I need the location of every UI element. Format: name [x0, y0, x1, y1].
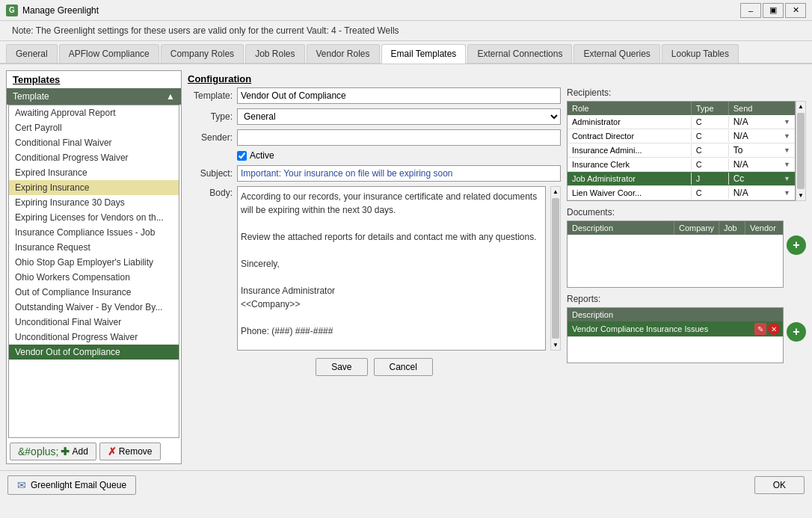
- body-field-label: Body:: [188, 186, 233, 351]
- recipients-type: J: [692, 173, 729, 185]
- cancel-button[interactable]: Cancel: [374, 358, 433, 376]
- active-checkbox[interactable]: [237, 151, 247, 161]
- list-item[interactable]: Insurance Request: [9, 240, 179, 255]
- tab-apflow-compliance[interactable]: APFlow Compliance: [59, 44, 159, 63]
- email-queue-button[interactable]: ✉ Greenlight Email Queue: [7, 475, 136, 495]
- send-dropdown-arrow[interactable]: ▼: [784, 175, 790, 182]
- list-item[interactable]: Out of Compliance Insurance: [9, 285, 179, 300]
- subject-row: Subject:: [188, 165, 561, 182]
- list-item[interactable]: Conditional Progress Waiver: [9, 150, 179, 165]
- tab-job-roles[interactable]: Job Roles: [245, 44, 304, 63]
- report-delete-icon[interactable]: ✕: [768, 323, 780, 335]
- list-item[interactable]: Unconditional Progress Waiver: [9, 330, 179, 345]
- close-button[interactable]: ✕: [785, 3, 806, 18]
- template-list[interactable]: Awaiting Approval Report Cert Payroll Co…: [8, 105, 179, 438]
- app-icon: G: [6, 4, 18, 16]
- add-circle-icon: ✚: [61, 445, 70, 457]
- recipients-row-insurance-admin[interactable]: Insurance Admini... C To ▼: [568, 144, 795, 158]
- save-button[interactable]: Save: [316, 358, 367, 376]
- footer: ✉ Greenlight Email Queue OK: [0, 470, 812, 499]
- recipients-row-lien-waiver[interactable]: Lien Waiver Coor... C N/A ▼: [568, 186, 795, 200]
- recipients-header: Role Type Send: [568, 102, 795, 115]
- tab-external-queries[interactable]: External Queries: [573, 44, 659, 63]
- send-dropdown-arrow[interactable]: ▼: [784, 189, 790, 197]
- list-item[interactable]: Outstanding Waiver - By Vendor By...: [9, 300, 179, 315]
- send-dropdown-arrow[interactable]: ▼: [784, 132, 790, 140]
- list-item[interactable]: Conditional Final Waiver: [9, 135, 179, 150]
- list-item[interactable]: Expired Insurance: [9, 165, 179, 180]
- config-body: Template: Type: General Sender:: [188, 87, 806, 464]
- add-report-button[interactable]: +: [787, 322, 806, 342]
- tab-general[interactable]: General: [6, 44, 58, 63]
- recipients-scrollbar[interactable]: ▲ ▼: [796, 101, 806, 201]
- recipients-row-insurance-clerk[interactable]: Insurance Clerk C N/A ▼: [568, 158, 795, 172]
- recipients-role: Insurance Clerk: [568, 158, 692, 170]
- list-item[interactable]: Ohio Stop Gap Employer's Liability: [9, 255, 179, 270]
- add-button[interactable]: &#oplus; ✚ Add: [10, 443, 96, 460]
- doc-col-job: Job: [719, 221, 745, 235]
- email-queue-label: Greenlight Email Queue: [31, 480, 126, 490]
- active-label: Active: [250, 150, 274, 161]
- list-item[interactable]: Expiring Licenses for Vendors on th...: [9, 210, 179, 225]
- recipients-type: C: [692, 187, 729, 199]
- recipients-row-contract-director[interactable]: Contract Director C N/A ▼: [568, 129, 795, 144]
- send-dropdown-arrow[interactable]: ▼: [784, 118, 790, 126]
- template-field-label: Template:: [188, 90, 233, 101]
- list-item-expiring-insurance[interactable]: Expiring Insurance: [9, 180, 179, 195]
- recipients-send: N/A ▼: [729, 129, 795, 143]
- type-field-label: Type:: [188, 111, 233, 122]
- add-label: Add: [72, 446, 87, 457]
- tab-company-roles[interactable]: Company Roles: [161, 44, 244, 63]
- list-item[interactable]: Awaiting Approval Report: [9, 105, 179, 120]
- remove-button[interactable]: ✗ Remove: [99, 443, 161, 460]
- minimize-button[interactable]: –: [740, 3, 761, 18]
- add-document-button[interactable]: +: [787, 235, 806, 255]
- maximize-button[interactable]: ▣: [763, 3, 784, 18]
- list-item[interactable]: Ohio Workers Compensation: [9, 270, 179, 285]
- config-left: Template: Type: General Sender:: [188, 87, 561, 464]
- list-item[interactable]: Unconditional Final Waiver: [9, 315, 179, 330]
- list-item[interactable]: Insurance Compliance Issues - Job: [9, 225, 179, 240]
- recipients-send: N/A ▼: [729, 186, 795, 200]
- reports-table: Description Vendor Compliance Insurance …: [567, 307, 784, 363]
- scroll-down-arrow[interactable]: ▼: [551, 340, 560, 350]
- body-scrollbar[interactable]: ▲ ▼: [550, 186, 561, 351]
- template-field[interactable]: [237, 87, 561, 104]
- reports-label: Reports:: [567, 294, 806, 304]
- report-edit-icon[interactable]: ✎: [754, 323, 766, 335]
- tab-vendor-roles[interactable]: Vendor Roles: [307, 44, 380, 63]
- sender-field[interactable]: [237, 129, 561, 146]
- recipients-scroll-up[interactable]: ▲: [796, 102, 805, 111]
- scroll-up-arrow[interactable]: ▲: [551, 187, 560, 197]
- report-row[interactable]: Vendor Compliance Insurance Issues ✎ ✕: [568, 321, 783, 337]
- ok-button[interactable]: OK: [754, 476, 805, 494]
- recipients-label: Recipients:: [567, 87, 806, 98]
- list-item-vendor-out-of-compliance[interactable]: Vendor Out of Compliance: [9, 345, 179, 360]
- template-row: Template:: [188, 87, 561, 104]
- send-dropdown-arrow[interactable]: ▼: [784, 147, 790, 154]
- recipients-scroll-down[interactable]: ▼: [796, 191, 805, 200]
- window-title: Manage Greenlight: [22, 5, 99, 16]
- send-dropdown-arrow[interactable]: ▼: [784, 161, 790, 168]
- documents-table: Description Company Job Vendor: [567, 221, 784, 288]
- recipients-send: N/A ▼: [729, 115, 795, 129]
- list-item[interactable]: Expiring Insurance 30 Days: [9, 195, 179, 210]
- recipients-table: Role Type Send Administrator C N/A: [567, 101, 796, 201]
- recipients-col-type: Type: [692, 102, 729, 115]
- list-item[interactable]: Cert Payroll: [9, 120, 179, 135]
- add-icon: &#oplus;: [18, 445, 58, 457]
- recipients-role: Insurance Admini...: [568, 144, 692, 156]
- tab-lookup-tables[interactable]: Lookup Tables: [662, 44, 739, 63]
- body-textarea[interactable]: According to our records, your insurance…: [237, 186, 546, 351]
- body-area: Body: According to our records, your ins…: [188, 186, 561, 351]
- tab-email-templates[interactable]: Email Templates: [381, 44, 467, 64]
- recipients-col-role: Role: [568, 102, 692, 115]
- subject-field[interactable]: [237, 165, 561, 182]
- recipients-row-administrator[interactable]: Administrator C N/A ▼: [568, 115, 795, 129]
- content-area: Templates Template ▲ Awaiting Approval R…: [6, 70, 806, 464]
- recipients-row-job-admin[interactable]: Job Administrator J Cc ▼: [568, 172, 795, 186]
- active-row: Active: [188, 150, 561, 161]
- type-select[interactable]: General: [237, 108, 561, 125]
- tab-external-connections[interactable]: External Connections: [467, 44, 572, 63]
- tab-bar: General APFlow Compliance Company Roles …: [0, 41, 812, 64]
